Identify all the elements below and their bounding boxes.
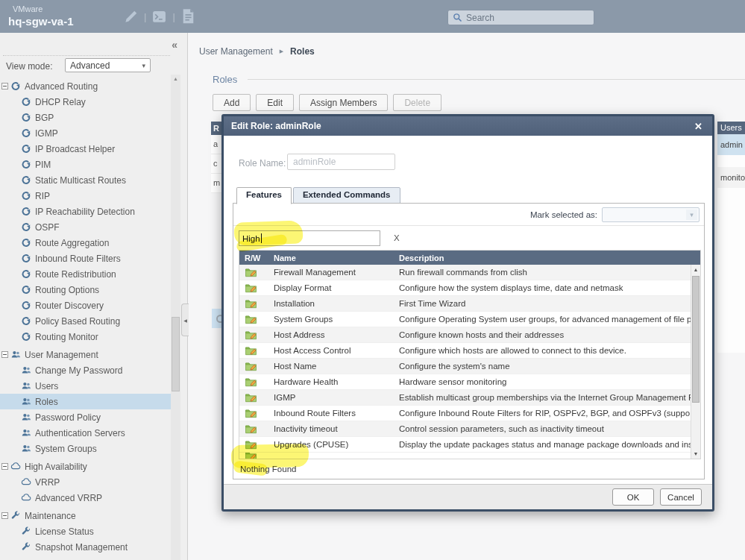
breadcrumb-parent[interactable]: User Management: [199, 46, 273, 57]
feature-description: Configure which hosts are allowed to con…: [399, 346, 700, 355]
mark-selected-row: Mark selected as: ▾: [233, 204, 704, 226]
sidebar-item-ip-broadcast-helper[interactable]: IP Broadcast Helper: [0, 141, 171, 157]
read-write-icon: [239, 283, 274, 293]
scroll-up-icon[interactable]: ▲: [691, 267, 700, 272]
edit-button[interactable]: Edit: [256, 94, 294, 111]
sidebar-item-policy-based-routing[interactable]: Policy Based Routing: [0, 313, 171, 329]
sidebar-item-routing-monitor[interactable]: Routing Monitor: [0, 329, 171, 345]
sidebar-collapse-handle[interactable]: ◀: [181, 303, 189, 336]
scrollbar-thumb[interactable]: [172, 317, 180, 391]
sidebar-item-rip[interactable]: RIP: [0, 188, 171, 204]
tab-features[interactable]: Features: [236, 187, 292, 204]
feature-row-partial: [239, 453, 700, 459]
sidebar-item-license-status[interactable]: License Status: [0, 523, 171, 539]
feature-description: Run firewall commands from clish: [399, 268, 700, 277]
sidebar-item-change-my-password[interactable]: Change My Password: [0, 362, 171, 378]
scroll-up-icon[interactable]: ▲: [171, 76, 180, 81]
scroll-down-icon[interactable]: ▼: [691, 451, 700, 456]
read-write-icon: [239, 267, 274, 277]
sidebar-item-inbound-route-filters[interactable]: Inbound Route Filters: [0, 251, 171, 266]
users-icon: [21, 428, 32, 438]
sidebar-item-maintenance[interactable]: Maintenance: [0, 508, 171, 523]
sidebar-item-ospf[interactable]: OSPF: [0, 219, 171, 235]
users-icon: [21, 397, 32, 407]
sidebar-item-router-discovery[interactable]: Router Discovery: [0, 298, 171, 313]
feature-row[interactable]: Host Access ControlConfigure which hosts…: [239, 343, 700, 359]
expander-icon[interactable]: [1, 512, 8, 519]
sidebar-item-dhcp-relay[interactable]: DHCP Relay: [0, 94, 171, 110]
feature-row[interactable]: Upgrades (CPUSE)Display the update packa…: [239, 437, 700, 453]
sidebar-item-roles[interactable]: Roles: [0, 394, 171, 409]
route-icon: [21, 97, 32, 107]
feature-row[interactable]: Inbound Route FiltersConfigure Inbound R…: [239, 406, 700, 421]
sidebar-item-users[interactable]: Users: [0, 378, 171, 394]
user-row[interactable]: monitor: [717, 167, 745, 188]
tab-extended-commands[interactable]: Extended Commands: [293, 187, 400, 204]
delete-button: Delete: [393, 94, 441, 111]
sidebar-item-high-availability[interactable]: High Availability: [0, 459, 171, 474]
page-title: Roles: [213, 74, 237, 85]
feature-row[interactable]: Firewall ManagementRun firewall commands…: [239, 265, 700, 280]
feature-row[interactable]: Host AddressConfigure known hosts and th…: [239, 327, 700, 343]
assign-members-button[interactable]: Assign Members: [299, 94, 388, 111]
sidebar-item-igmp[interactable]: IGMP: [0, 125, 171, 141]
add-button[interactable]: Add: [213, 94, 251, 111]
feature-name: Firewall Management: [274, 268, 399, 277]
sidebar-item-bgp[interactable]: BGP: [0, 110, 171, 125]
collapse-sidebar-button[interactable]: «: [172, 41, 177, 48]
sidebar-item-routing-options[interactable]: Routing Options: [0, 282, 171, 298]
edit-icon[interactable]: [124, 10, 138, 23]
feature-name: System Groups: [274, 315, 399, 324]
sidebar-item-label: DHCP Relay: [35, 97, 86, 107]
document-icon[interactable]: [181, 10, 195, 23]
sidebar-item-password-policy[interactable]: Password Policy: [0, 409, 171, 425]
view-mode-select[interactable]: Advanced ▾: [65, 58, 151, 72]
sidebar-item-advanced-routing[interactable]: Advanced Routing: [0, 78, 171, 94]
expander-icon[interactable]: [1, 83, 8, 89]
feature-row[interactable]: Host NameConfigure the system's name: [239, 359, 700, 374]
feature-row[interactable]: Inactivity timeoutControl session parame…: [239, 421, 700, 437]
sidebar-item-route-redistribution[interactable]: Route Redistribution: [0, 266, 171, 282]
ok-button[interactable]: OK: [612, 488, 654, 506]
terminal-icon[interactable]: [152, 10, 166, 23]
feature-description: Configure Operating System user groups, …: [399, 315, 700, 324]
cancel-button[interactable]: Cancel: [660, 488, 702, 506]
feature-row[interactable]: System GroupsConfigure Operating System …: [239, 312, 700, 327]
scrollbar-thumb[interactable]: [692, 276, 700, 403]
feature-description: Configure the system's name: [399, 362, 700, 371]
filter-input[interactable]: High: [239, 230, 380, 246]
feature-row[interactable]: InstallationFirst Time Wizard: [239, 296, 700, 312]
sidebar-item-static-multicast-routes[interactable]: Static Multicast Routes: [0, 172, 171, 188]
mark-selected-dropdown[interactable]: ▾: [602, 207, 700, 222]
role-name-field[interactable]: adminRole: [287, 154, 395, 170]
route-icon: [21, 254, 32, 264]
sidebar-scrollbar[interactable]: ▲: [171, 75, 180, 560]
clear-filter-button[interactable]: X: [394, 233, 400, 242]
sidebar-item-ip-reachability-detection[interactable]: IP Reachability Detection: [0, 204, 171, 219]
sidebar-item-advanced-vrrp[interactable]: Advanced VRRP: [0, 490, 171, 506]
sidebar-item-system-groups[interactable]: System Groups: [0, 441, 171, 456]
sidebar-item-user-management[interactable]: User Management: [0, 347, 171, 362]
column-header-name[interactable]: Name: [274, 254, 399, 262]
expander-icon[interactable]: [1, 351, 8, 358]
sidebar-item-snapshot-management[interactable]: Snapshot Management: [0, 539, 171, 555]
feature-row[interactable]: Display FormatConfigure how the system d…: [239, 280, 700, 296]
sidebar-item-pim[interactable]: PIM: [0, 157, 171, 172]
sidebar-item-label: System Groups: [35, 444, 97, 454]
table-scrollbar[interactable]: ▲ ▼: [691, 265, 700, 459]
expander-icon[interactable]: [1, 463, 8, 470]
route-icon: [21, 222, 32, 233]
sidebar-item-vrrp[interactable]: VRRP: [0, 474, 171, 490]
column-header-description[interactable]: Description: [399, 254, 700, 262]
column-header-rw[interactable]: R/W: [239, 254, 274, 262]
user-row[interactable]: admin: [717, 134, 745, 155]
feature-row[interactable]: Hardware HealthHardware sensor monitorin…: [239, 374, 700, 390]
search-input[interactable]: [466, 13, 585, 23]
sidebar-item-route-aggregation[interactable]: Route Aggregation: [0, 235, 171, 251]
sidebar-item-authentication-servers[interactable]: Authentication Servers: [0, 425, 171, 441]
brand-label: VMware: [13, 4, 43, 13]
wrench-icon: [21, 526, 32, 537]
feature-row[interactable]: IGMPEstablish multicast group membership…: [239, 390, 700, 406]
close-icon[interactable]: ✕: [692, 121, 705, 132]
sidebar-item-label: Authentication Servers: [35, 428, 125, 438]
